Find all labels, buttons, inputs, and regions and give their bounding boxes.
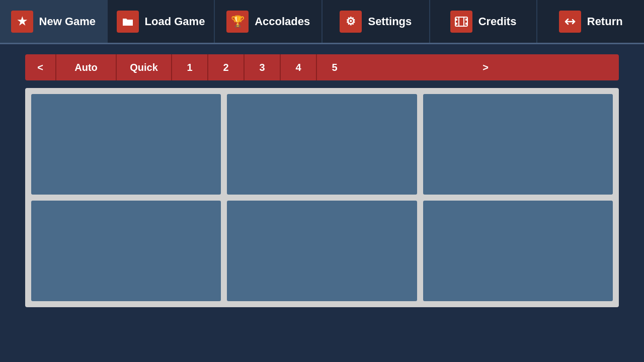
svg-rect-6 xyxy=(463,17,464,26)
quick-slot-button[interactable]: Quick xyxy=(116,54,171,80)
top-navigation: ★ New Game Load Game 🏆 Accolades ⚙ Setti… xyxy=(0,0,644,44)
save-grid-container xyxy=(25,88,619,307)
svg-rect-3 xyxy=(465,19,467,21)
save-slot-2[interactable] xyxy=(227,94,417,195)
credits-button[interactable]: Credits xyxy=(430,0,538,43)
save-slot-4[interactable] xyxy=(31,201,221,301)
new-game-button[interactable]: ★ New Game xyxy=(0,0,108,43)
slot-5-button[interactable]: 5 xyxy=(316,54,352,80)
save-slot-5[interactable] xyxy=(227,201,417,301)
trophy-icon: 🏆 xyxy=(226,11,249,33)
folder-icon xyxy=(117,11,139,33)
return-button[interactable]: Return xyxy=(537,0,644,43)
svg-rect-1 xyxy=(455,19,457,21)
svg-rect-5 xyxy=(458,17,459,26)
accolades-label: Accolades xyxy=(255,15,310,28)
auto-slot-button[interactable]: Auto xyxy=(55,54,116,80)
save-slot-1[interactable] xyxy=(31,94,221,195)
prev-slot-button[interactable]: < xyxy=(25,54,55,80)
film-icon xyxy=(450,11,472,33)
settings-label: Settings xyxy=(368,15,412,28)
slot-1-button[interactable]: 1 xyxy=(171,54,207,80)
slot-bar: < Auto Quick 1 2 3 4 5 > xyxy=(25,54,619,80)
save-grid xyxy=(31,94,613,301)
load-game-label: Load Game xyxy=(145,15,205,28)
star-icon: ★ xyxy=(11,11,33,33)
svg-rect-0 xyxy=(455,17,467,26)
settings-button[interactable]: ⚙ Settings xyxy=(323,0,430,43)
load-game-button[interactable]: Load Game xyxy=(108,0,215,43)
slot-3-button[interactable]: 3 xyxy=(244,54,280,80)
save-slot-3[interactable] xyxy=(423,94,613,195)
svg-rect-2 xyxy=(455,23,457,25)
gear-icon: ⚙ xyxy=(340,11,362,33)
next-slot-button[interactable]: > xyxy=(352,54,619,80)
credits-label: Credits xyxy=(478,15,517,28)
slot-2-button[interactable]: 2 xyxy=(207,54,244,80)
return-label: Return xyxy=(587,15,623,28)
svg-rect-4 xyxy=(465,23,467,25)
save-slot-6[interactable] xyxy=(423,201,613,301)
return-icon xyxy=(559,11,581,33)
slot-4-button[interactable]: 4 xyxy=(280,54,316,80)
accolades-button[interactable]: 🏆 Accolades xyxy=(215,0,323,43)
new-game-label: New Game xyxy=(39,15,96,28)
